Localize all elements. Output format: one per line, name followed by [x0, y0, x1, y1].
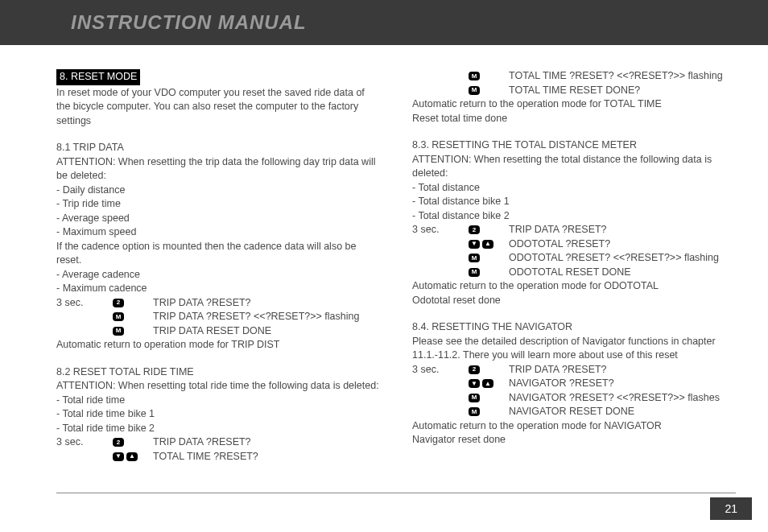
step-line: M NAVIGATOR ?RESET? <<?RESET?>> flashes	[412, 391, 736, 406]
step-text: TRIP DATA ?RESET?	[153, 435, 380, 450]
step-line: ▼ ▲ NAVIGATOR ?RESET?	[412, 377, 736, 391]
header-title: INSTRUCTION MANUAL	[71, 11, 307, 33]
bullet: - Total ride time	[56, 394, 380, 408]
step-text: NAVIGATOR ?RESET?	[509, 377, 736, 391]
footer-rule	[56, 493, 736, 493]
step-text: TRIP DATA ?RESET?	[509, 223, 736, 237]
step-text: TOTAL TIME ?RESET? <<?RESET?>> flashing	[509, 69, 736, 84]
section-8-3-done: Odototal reset done	[412, 294, 736, 308]
bullet: - Average cadence	[56, 268, 380, 282]
button-m-icon: M	[469, 72, 480, 80]
step-text: TRIP DATA RESET DONE	[153, 324, 380, 339]
step-line: M ODOTOTAL RESET DONE	[412, 266, 736, 280]
step-line: 3 sec. 2 TRIP DATA ?RESET?	[56, 435, 380, 450]
button-2-icon: 2	[469, 365, 480, 374]
section-8-2-done: Reset total time done	[412, 112, 736, 126]
section-8-1-title: 8.1 TRIP DATA	[56, 141, 380, 155]
step-text: ODOTOTAL ?RESET? <<?RESET?>> flashing	[509, 251, 736, 266]
step-text: TRIP DATA ?RESET?	[153, 296, 380, 311]
section-8-heading: 8. RESET MODE	[56, 69, 140, 85]
step-text: NAVIGATOR RESET DONE	[509, 405, 736, 419]
section-8-3-auto: Automatic return to the operation mode f…	[412, 279, 736, 294]
bullet: - Total distance bike 2	[412, 209, 736, 224]
button-down-icon: ▼	[469, 240, 480, 249]
content-area: 8. RESET MODE In reset mode of your VDO …	[0, 45, 768, 480]
step-text: TOTAL TIME RESET DONE?	[509, 84, 736, 98]
step-line: 3 sec. 2 TRIP DATA ?RESET?	[56, 296, 380, 311]
button-m-icon: M	[113, 327, 124, 336]
bullet: - Trip ride time	[56, 197, 380, 212]
button-2-icon: 2	[113, 299, 124, 307]
step-prefix: 3 sec.	[56, 435, 113, 450]
section-8-1-attention: ATTENTION: When resetting the trip data …	[56, 155, 380, 184]
step-text: TRIP DATA ?RESET? <<?RESET?>> flashing	[153, 310, 380, 324]
step-line: M TRIP DATA ?RESET? <<?RESET?>> flashing	[56, 310, 380, 324]
section-8-4-done: Navigator reset done	[412, 433, 736, 447]
section-8-3-attention: ATTENTION: When resetting the total dist…	[412, 153, 736, 181]
bullet: - Daily distance	[56, 184, 380, 198]
bullet: - Total ride time bike 2	[56, 422, 380, 436]
step-text: ODOTOTAL RESET DONE	[509, 266, 736, 280]
section-8-1-auto: Automatic return to operation mode for T…	[56, 338, 380, 353]
button-m-icon: M	[469, 268, 480, 277]
header-bar: INSTRUCTION MANUAL	[0, 0, 768, 45]
section-8-3-title: 8.3. RESETTING THE TOTAL DISTANCE METER	[412, 138, 736, 153]
button-m-icon: M	[113, 312, 124, 321]
left-column: 8. RESET MODE In reset mode of your VDO …	[56, 69, 380, 464]
step-prefix: 3 sec.	[56, 296, 113, 311]
button-m-icon: M	[469, 86, 480, 95]
bullet: - Maximum speed	[56, 225, 380, 240]
step-line: 3 sec. 2 TRIP DATA ?RESET?	[412, 223, 736, 237]
step-prefix: 3 sec.	[412, 223, 469, 237]
right-column: M TOTAL TIME ?RESET? <<?RESET?>> flashin…	[412, 69, 736, 464]
page-number: 21	[710, 497, 752, 520]
section-8-2-title: 8.2 RESET TOTAL RIDE TIME	[56, 365, 380, 380]
step-line: M TRIP DATA RESET DONE	[56, 324, 380, 339]
button-down-icon: ▼	[113, 452, 124, 461]
section-8-2-auto: Automatic return to the operation mode f…	[412, 97, 736, 112]
bullet: - Total ride time bike 1	[56, 407, 380, 422]
button-up-icon: ▲	[482, 379, 493, 388]
step-text: NAVIGATOR ?RESET? <<?RESET?>> flashes	[509, 391, 736, 406]
section-8-1-note: If the cadence option is mounted then th…	[56, 240, 380, 268]
step-text: TRIP DATA ?RESET?	[509, 363, 736, 377]
step-line: M ODOTOTAL ?RESET? <<?RESET?>> flashing	[412, 251, 736, 266]
button-down-icon: ▼	[469, 379, 480, 388]
section-8-4-title: 8.4. RESETTING THE NAVIGATOR	[412, 320, 736, 335]
step-line: ▼ ▲ ODOTOTAL ?RESET?	[412, 237, 736, 252]
button-m-icon: M	[469, 254, 480, 262]
section-8-4-note: Please see the detailed description of N…	[412, 335, 736, 363]
button-m-icon: M	[469, 407, 480, 416]
step-line: 3 sec. 2 TRIP DATA ?RESET?	[412, 363, 736, 377]
button-up-icon: ▲	[126, 452, 138, 461]
bullet: - Total distance	[412, 181, 736, 196]
step-text: ODOTOTAL ?RESET?	[509, 237, 736, 252]
step-line: M TOTAL TIME ?RESET? <<?RESET?>> flashin…	[412, 69, 736, 84]
button-up-icon: ▲	[482, 240, 493, 249]
button-m-icon: M	[469, 394, 480, 402]
step-line: M NAVIGATOR RESET DONE	[412, 405, 736, 419]
bullet: - Maximum cadence	[56, 282, 380, 296]
bullet: - Total distance bike 1	[412, 195, 736, 209]
section-8-2-attention: ATTENTION: When resetting total ride tim…	[56, 379, 380, 394]
step-prefix: 3 sec.	[412, 363, 469, 377]
section-8-intro: In reset mode of your VDO computer you r…	[56, 86, 380, 129]
step-line: ▼ ▲ TOTAL TIME ?RESET?	[56, 450, 380, 464]
button-2-icon: 2	[469, 225, 480, 234]
button-2-icon: 2	[113, 438, 124, 447]
step-text: TOTAL TIME ?RESET?	[153, 450, 380, 464]
bullet: - Average speed	[56, 212, 380, 226]
section-8-4-auto: Automatic return to the operation mode f…	[412, 419, 736, 434]
step-line: M TOTAL TIME RESET DONE?	[412, 84, 736, 98]
